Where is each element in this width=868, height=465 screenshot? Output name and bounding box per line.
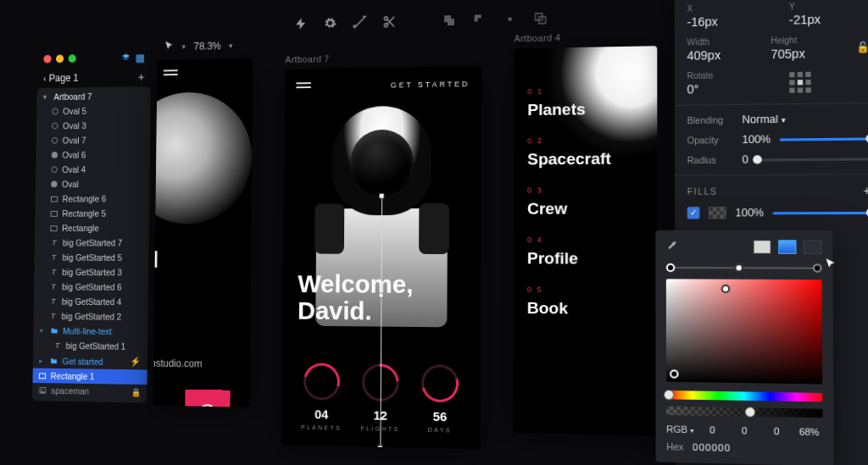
layer-label: Rectangle 5 xyxy=(62,208,106,219)
add-page-icon[interactable]: + xyxy=(138,70,145,84)
minimize-dot[interactable] xyxy=(56,55,64,64)
fill-swatch[interactable] xyxy=(709,207,726,219)
fill-opacity-slider[interactable] xyxy=(773,211,868,213)
layer-label: Artboard 7 xyxy=(53,91,92,102)
stat-number: 56 xyxy=(415,408,465,423)
page-selector[interactable]: ‹ Page 1 + xyxy=(37,67,151,88)
text-icon: T xyxy=(49,283,57,291)
maximize-dot[interactable] xyxy=(69,54,76,63)
artboard-row[interactable]: ▾ Artboard 7 xyxy=(36,88,150,104)
window-controls: ▦ xyxy=(37,47,151,69)
text-icon: T xyxy=(53,341,61,350)
opacity-slider[interactable] xyxy=(780,137,868,141)
radius-value[interactable]: 0 xyxy=(743,153,748,165)
fill-linear-button[interactable] xyxy=(778,240,796,254)
width-value[interactable]: 409px xyxy=(687,47,748,63)
sv-handle[interactable] xyxy=(670,369,678,378)
scissors-icon[interactable] xyxy=(381,14,397,30)
close-dot[interactable] xyxy=(43,55,51,64)
folder-row[interactable]: ▸ Get started ⚡ xyxy=(33,352,147,369)
fill-opacity-value[interactable]: 100% xyxy=(735,207,764,219)
fill-enabled-checkbox[interactable] xyxy=(687,207,700,219)
pointer-icon xyxy=(164,41,174,54)
layer-row[interactable]: Oval 6 xyxy=(36,147,149,162)
text-icon: T xyxy=(49,312,57,320)
b-value[interactable]: 0 xyxy=(763,425,790,436)
artboard-label[interactable]: Artboard 7 xyxy=(285,51,481,64)
lock-aspect-icon[interactable]: 🔓 xyxy=(856,41,868,53)
eyedropper-icon[interactable] xyxy=(666,239,678,254)
opacity-value[interactable]: 100% xyxy=(742,133,771,146)
layer-row[interactable]: Oval 3 xyxy=(36,118,150,134)
alpha-value[interactable]: 68% xyxy=(796,426,823,437)
layer-row[interactable]: Rectangle xyxy=(35,220,149,235)
handle[interactable] xyxy=(377,446,382,450)
gear-icon[interactable] xyxy=(323,15,337,30)
sv-handle[interactable] xyxy=(721,285,731,293)
layer-row[interactable]: Tbig GetStarted 5 xyxy=(35,250,149,265)
layer-row[interactable]: Rectangle 6 xyxy=(36,191,150,207)
blending-value[interactable]: Normal ▾ xyxy=(742,113,786,126)
layer-label: Oval 5 xyxy=(63,106,86,116)
layer-row[interactable]: Oval 4 xyxy=(36,162,150,177)
layer-label: Oval 3 xyxy=(63,120,86,130)
artboard-left[interactable]: ed on visionstudio.com xyxy=(153,58,253,407)
y-value[interactable]: -21px xyxy=(789,11,868,26)
nav-index: 0 2 xyxy=(527,136,611,145)
caret-down-icon: ▾ xyxy=(229,42,233,50)
layer-row-selected[interactable]: Rectangle 1 xyxy=(32,368,147,385)
menu-icon xyxy=(297,82,311,84)
height-value[interactable]: 705px xyxy=(771,46,832,61)
artboard-nav[interactable]: 0 1Planets0 2Spacecraft0 3Crew0 4Profile… xyxy=(513,46,657,435)
stat-label: PLANETS xyxy=(297,424,346,431)
alpha-slider[interactable] xyxy=(666,407,822,418)
saturation-value-field[interactable] xyxy=(666,279,822,384)
fingerprint-button[interactable] xyxy=(185,390,231,407)
handle[interactable] xyxy=(379,193,384,198)
oval-icon xyxy=(51,166,57,173)
g-value[interactable]: 0 xyxy=(731,425,758,436)
color-mode-select[interactable]: RGB ▾ xyxy=(666,423,693,435)
text-icon: T xyxy=(50,253,58,262)
fill-radial-button[interactable] xyxy=(804,240,821,254)
layer-row[interactable]: Oval 7 xyxy=(36,132,150,148)
add-fill-icon[interactable]: + xyxy=(863,184,868,198)
layer-row[interactable]: Tbig GetStarted 4 xyxy=(34,294,148,309)
radius-slider[interactable] xyxy=(757,158,868,161)
layer-row[interactable]: Oval xyxy=(36,176,150,191)
difference-icon[interactable] xyxy=(533,11,548,26)
layer-row[interactable]: Rectangle 5 xyxy=(35,206,149,221)
layers-icon[interactable] xyxy=(121,53,131,63)
union-icon[interactable] xyxy=(442,13,457,28)
anchor-grid[interactable] xyxy=(789,71,811,92)
rotate-value[interactable]: 0° xyxy=(687,81,765,97)
subtract-icon[interactable] xyxy=(472,12,487,27)
layer-row[interactable]: T big GetStarted 1 xyxy=(33,338,147,354)
handle[interactable] xyxy=(379,293,384,298)
folder-row[interactable]: ▾ Multi-line-text xyxy=(33,324,147,340)
layer-row[interactable]: Tbig GetStarted 2 xyxy=(34,308,148,324)
bolt-icon: ⚡ xyxy=(130,357,141,368)
artboard-label[interactable]: Artboard 4 xyxy=(514,30,657,43)
caret-down-icon: ▾ xyxy=(43,93,49,102)
fill-solid-button[interactable] xyxy=(753,240,771,254)
artboard-welcome[interactable]: GET STARTED Welcome, David. 04PLANETS12F… xyxy=(281,66,481,449)
r-value[interactable]: 0 xyxy=(699,424,726,435)
layer-row-locked[interactable]: spaceman 🔒 xyxy=(32,383,147,400)
zoom-indicator[interactable]: ▾ 78.3% ▾ xyxy=(164,39,233,53)
welcome-text: Welcome, David. xyxy=(298,270,414,324)
bolt-icon[interactable] xyxy=(293,16,308,31)
layer-row[interactable]: Tbig GetStarted 3 xyxy=(34,264,148,280)
nav-item: 0 4Profile xyxy=(527,235,611,268)
vector-icon[interactable] xyxy=(352,14,367,30)
hex-value[interactable]: 000000 xyxy=(693,442,731,453)
fingerprint-icon xyxy=(197,402,218,407)
hue-slider[interactable] xyxy=(666,390,822,401)
layer-row[interactable]: Oval 5 xyxy=(36,102,150,119)
layer-row[interactable]: Tbig GetStarted 6 xyxy=(34,280,148,295)
layer-row[interactable]: Tbig GetStarted 7 xyxy=(35,235,149,251)
x-value[interactable]: -16px xyxy=(687,14,765,29)
panel-icon[interactable]: ▦ xyxy=(136,53,145,63)
intersect-icon[interactable] xyxy=(503,11,518,26)
caret-down-icon: ▾ xyxy=(182,42,186,51)
